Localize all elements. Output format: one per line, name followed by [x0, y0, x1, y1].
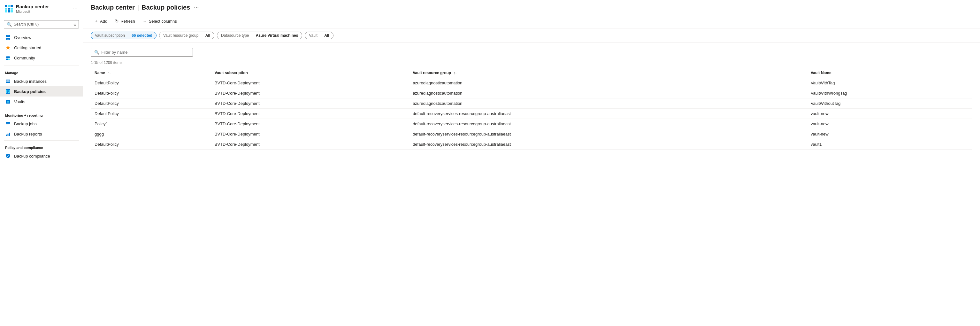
page-title-row: Backup center | Backup policies ··· [91, 4, 972, 14]
svg-point-5 [8, 56, 10, 58]
svg-rect-19 [6, 134, 7, 136]
svg-rect-17 [6, 123, 10, 124]
svg-rect-0 [6, 35, 8, 37]
page-header: Backup center | Backup policies ··· [83, 0, 980, 14]
community-icon [5, 55, 11, 61]
sidebar-item-backup-reports-label: Backup reports [14, 132, 42, 136]
table-row[interactable]: DefaultPolicy BVTD-Core-Deployment defau… [91, 109, 972, 119]
cell-vault-name-1: VaultWithWrongTag [807, 88, 972, 98]
cell-vault-resource-group-3: default-recoveryservices-resourcegroup-a… [409, 109, 807, 119]
add-icon: ＋ [94, 18, 99, 24]
svg-rect-21 [9, 133, 10, 136]
svg-rect-2 [6, 38, 8, 40]
filter-pill-vault[interactable]: Vault == All [305, 32, 333, 39]
page-more-button[interactable]: ··· [194, 4, 199, 11]
cell-vault-subscription-3: BVTD-Core-Deployment [211, 109, 409, 119]
sidebar-item-backup-instances-label: Backup instances [14, 79, 47, 84]
cell-vault-name-2: VaultWithoutTag [807, 98, 972, 109]
cell-vault-name-5: vault-new [807, 129, 972, 139]
overview-icon [5, 35, 11, 40]
cell-vault-subscription-2: BVTD-Core-Deployment [211, 98, 409, 109]
filter-search-icon: 🔍 [94, 50, 99, 55]
app-title-block: Backup center Microsoft [16, 4, 49, 13]
svg-rect-12 [7, 93, 8, 93]
table-row[interactable]: DefaultPolicy BVTD-Core-Deployment azure… [91, 98, 972, 109]
sidebar-nav-main: Overview Getting started Community [0, 31, 83, 64]
sidebar-item-backup-policies[interactable]: Backup policies [0, 86, 83, 96]
refresh-label: Refresh [121, 19, 135, 24]
monitoring-section-label: Monitoring + reporting [0, 110, 83, 118]
search-icon: 🔍 [7, 22, 12, 27]
filter-pill-value-datasource-type: Azure Virtual machines [256, 33, 298, 38]
filter-pill-value-vault: All [324, 33, 329, 38]
filter-pill-vault-subscription[interactable]: Vault subscription == 66 selected [91, 32, 156, 39]
cell-name-3: DefaultPolicy [91, 109, 211, 119]
cell-vault-subscription-1: BVTD-Core-Deployment [211, 88, 409, 98]
col-header-vault-name: Vault Name [807, 68, 972, 78]
cell-name-5: gggg [91, 129, 211, 139]
sidebar-item-backup-compliance[interactable]: Backup compliance [0, 151, 83, 161]
sidebar-section-monitoring: Monitoring + reporting Backup jobs Backu… [0, 110, 83, 139]
filter-input-wrapper[interactable]: 🔍 [91, 48, 193, 57]
backup-compliance-icon [5, 153, 11, 159]
sidebar-section-policy: Policy and compliance Backup compliance [0, 142, 83, 161]
sidebar-item-backup-reports[interactable]: Backup reports [0, 129, 83, 139]
filter-by-name-input[interactable] [101, 50, 189, 55]
sidebar-search[interactable]: 🔍 Search (Ctrl+/) « [4, 20, 79, 29]
add-label: Add [100, 19, 107, 24]
sidebar-item-community[interactable]: Community [0, 53, 83, 63]
col-header-vault-resource-group[interactable]: Vault resource group ↑↓ [409, 68, 807, 78]
cell-vault-resource-group-6: default-recoveryservices-resourcegroup-a… [409, 139, 807, 150]
cell-vault-subscription-5: BVTD-Core-Deployment [211, 129, 409, 139]
content-area: 🔍 1-15 of 1209 items Name ↑↓ Vault subsc… [83, 43, 980, 326]
select-columns-label: Select columns [149, 19, 177, 24]
filter-pill-label-vault: Vault == [309, 33, 323, 38]
sidebar-section-manage: Manage Backup instances Backup policies … [0, 67, 83, 107]
app-title: Backup center [16, 4, 49, 10]
table-row[interactable]: DefaultPolicy BVTD-Core-Deployment azure… [91, 88, 972, 98]
select-columns-button[interactable]: → Select columns [140, 17, 180, 25]
vaults-icon [5, 99, 11, 104]
page-title-separator: | [137, 4, 139, 11]
cell-vault-resource-group-0: azurediagnosticautomation [409, 78, 807, 88]
manage-section-label: Manage [0, 67, 83, 76]
sidebar-header: Backup center Microsoft ··· [0, 0, 83, 16]
getting-started-icon [5, 45, 11, 51]
filter-pill-value-vault-subscription: 66 selected [132, 33, 153, 38]
refresh-button[interactable]: ↻ Refresh [112, 17, 138, 25]
filter-pill-label-vault-resource-group: Vault resource group == [163, 33, 204, 38]
col-header-name[interactable]: Name ↑↓ [91, 68, 211, 78]
more-options-button[interactable]: ··· [73, 5, 78, 12]
cell-vault-resource-group-4: default-recoveryservices-resourcegroup-a… [409, 119, 807, 129]
filter-pill-datasource-type[interactable]: Datasource type == Azure Virtual machine… [217, 32, 302, 39]
table-body: DefaultPolicy BVTD-Core-Deployment azure… [91, 78, 972, 150]
sidebar-item-community-label: Community [14, 56, 35, 61]
collapse-sidebar-button[interactable]: « [73, 22, 76, 27]
svg-rect-18 [6, 125, 9, 125]
sidebar-item-vaults[interactable]: Vaults [0, 96, 83, 107]
sidebar-item-backup-jobs-label: Backup jobs [14, 121, 37, 126]
sidebar-item-backup-compliance-label: Backup compliance [14, 154, 50, 158]
cell-name-1: DefaultPolicy [91, 88, 211, 98]
add-button[interactable]: ＋ Add [91, 17, 111, 26]
toolbar: ＋ Add ↻ Refresh → Select columns [83, 14, 980, 29]
table-row[interactable]: gggg BVTD-Core-Deployment default-recove… [91, 129, 972, 139]
filter-pill-vault-resource-group[interactable]: Vault resource group == All [159, 32, 214, 39]
sidebar: Backup center Microsoft ··· 🔍 Search (Ct… [0, 0, 83, 326]
policy-section-label: Policy and compliance [0, 142, 83, 151]
table-row[interactable]: DefaultPolicy BVTD-Core-Deployment defau… [91, 139, 972, 150]
cell-name-2: DefaultPolicy [91, 98, 211, 109]
sidebar-item-getting-started[interactable]: Getting started [0, 43, 83, 53]
refresh-icon: ↻ [115, 19, 119, 24]
sidebar-item-backup-instances[interactable]: Backup instances [0, 76, 83, 86]
page-title-app: Backup center [91, 4, 135, 11]
sidebar-item-overview[interactable]: Overview [0, 32, 83, 43]
sidebar-item-getting-started-label: Getting started [14, 45, 41, 50]
policies-table: Name ↑↓ Vault subscription Vault resourc… [91, 68, 972, 150]
app-icon [5, 5, 13, 13]
table-row[interactable]: Policy1 BVTD-Core-Deployment default-rec… [91, 119, 972, 129]
sidebar-item-backup-jobs[interactable]: Backup jobs [0, 118, 83, 129]
table-row[interactable]: DefaultPolicy BVTD-Core-Deployment azure… [91, 78, 972, 88]
svg-rect-3 [8, 38, 10, 40]
cell-vault-resource-group-2: azurediagnosticautomation [409, 98, 807, 109]
